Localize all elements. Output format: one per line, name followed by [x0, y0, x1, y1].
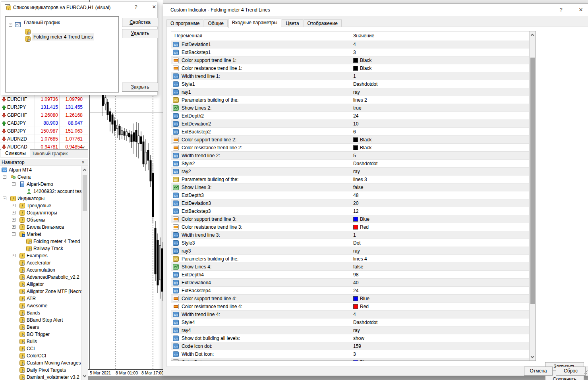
parameter-value[interactable]: 4	[353, 311, 356, 318]
parameter-row[interactable]: 123ExtBackstep312	[171, 207, 530, 215]
navigator-item[interactable]: fCCI	[0, 345, 81, 352]
parameter-value[interactable]: Black	[353, 56, 371, 64]
parameter-value[interactable]: Black	[353, 136, 371, 144]
parameter-value[interactable]: Black	[353, 144, 371, 152]
navigator-item[interactable]: +fОбъемы	[0, 216, 81, 224]
navigator-item[interactable]: fRailway Track	[0, 245, 81, 252]
parameter-value[interactable]: 10	[353, 120, 358, 128]
parameter-value[interactable]: Red	[353, 303, 369, 311]
close-button[interactable]: Закрыть	[122, 83, 158, 92]
navigator-item[interactable]: fAccelerator	[0, 259, 81, 266]
parameter-row[interactable]: 123ExtDepth348	[171, 191, 530, 199]
parameter-row[interactable]: 123Width trend line 1:1	[171, 72, 530, 80]
expand-icon[interactable]: +	[12, 254, 15, 257]
navigator-item[interactable]: +fExamples	[0, 252, 81, 259]
parameter-value[interactable]: lines 2	[353, 96, 367, 104]
parameter-value[interactable]: 24	[353, 287, 358, 295]
close-icon[interactable]: ✕	[576, 6, 585, 14]
navigator-item[interactable]: fAlligator	[0, 281, 81, 288]
parameter-value[interactable]: Blue	[353, 215, 369, 223]
navigator-item[interactable]: fBulls	[0, 338, 81, 345]
delete-button[interactable]: Удалить	[122, 29, 158, 38]
parameter-row[interactable]: Color support trend line 4:Blue	[171, 295, 530, 303]
parameter-value[interactable]: lines 3	[353, 176, 367, 183]
parameter-row[interactable]: abParameters building of the:lines 4	[171, 255, 530, 263]
parameter-row[interactable]: 123ExtDeviation210	[171, 120, 530, 128]
parameter-row[interactable]: Color support trend line 2:Black	[171, 136, 530, 144]
parameter-row[interactable]: 123Width Dot icon:3	[171, 350, 530, 358]
parameter-row[interactable]: Color resistance trend line 3:Red	[171, 223, 530, 231]
navigator-close-icon[interactable]: ×	[81, 159, 85, 166]
parameter-value[interactable]: 1	[353, 72, 356, 80]
tab-0[interactable]: О программе	[166, 19, 203, 27]
expand-icon[interactable]: +	[12, 225, 15, 229]
parameter-value[interactable]: ray	[353, 88, 360, 96]
parameter-value[interactable]: 48	[353, 191, 358, 199]
navigator-item[interactable]: fCustom Moving Averages	[0, 359, 81, 366]
parameter-value[interactable]: 6	[353, 128, 356, 136]
parameter-value[interactable]: 98	[353, 271, 358, 279]
tab-4[interactable]: Отображение	[304, 19, 342, 27]
market-watch-row[interactable]: AUDNZD1.076851.07761	[0, 135, 88, 143]
navigator-item[interactable]: fAccumulation	[0, 266, 81, 274]
tree-item-indicator[interactable]: f	[6, 26, 118, 33]
parameter-row[interactable]: 123Show dot building all levels:show	[171, 334, 530, 342]
parameter-row[interactable]: 123Width trend line 3:1	[171, 231, 530, 239]
parameter-value[interactable]: ray	[353, 247, 360, 255]
parameter-row[interactable]: Color support trend line 3:Blue	[171, 215, 530, 223]
tab-symbols[interactable]: Символы	[1, 149, 30, 158]
parameter-row[interactable]: Color resistance trend line 1:Black	[171, 64, 530, 72]
navigator-item[interactable]: −Alpari-Demo	[0, 181, 81, 188]
parameter-value[interactable]: ray	[353, 168, 360, 176]
navigator-item[interactable]: −fMarket	[0, 231, 81, 238]
parameter-row[interactable]: 123Style1Dashdotdot	[171, 80, 530, 88]
parameter-value[interactable]: 20	[353, 199, 358, 207]
parameter-value[interactable]: show	[353, 334, 364, 342]
parameter-row[interactable]: Show Lines 2:true	[171, 104, 530, 112]
parameter-value[interactable]: Red	[353, 223, 369, 231]
help-icon[interactable]: ?	[557, 6, 565, 14]
scroll-up-icon[interactable]	[83, 169, 86, 172]
scroll-down-icon[interactable]	[531, 355, 534, 358]
parameter-value[interactable]: Blue	[353, 358, 369, 361]
parameter-row[interactable]: 123ExtBackstep26	[171, 128, 530, 136]
navigator-item[interactable]: fFolding meter 4 Trend	[0, 238, 81, 245]
parameter-row[interactable]: 123ray4ray	[171, 326, 530, 334]
navigator-item[interactable]: fDamiani_volatmeter v3.2	[0, 374, 81, 380]
navigator-item[interactable]: +fБилла Вильямса	[0, 224, 81, 231]
navigator-item[interactable]: 14206932: account tes	[0, 188, 81, 195]
parameter-row[interactable]: abParameters building of the:lines 3	[171, 176, 530, 183]
collapse-icon[interactable]: −	[12, 182, 15, 186]
parameter-value[interactable]: lines 4	[353, 255, 367, 263]
parameter-value[interactable]: 40	[353, 279, 358, 287]
market-watch-row[interactable]: GBPCHF1.260801.26168	[0, 111, 88, 119]
parameter-value[interactable]: Blue	[353, 295, 369, 303]
parameter-row[interactable]: 123ExtDepth498	[171, 271, 530, 279]
parameter-row[interactable]: 123ExtDeviation320	[171, 199, 530, 207]
parameter-value[interactable]: 12	[353, 207, 358, 215]
parameter-value[interactable]: Dashdotdot	[353, 80, 377, 88]
expand-icon[interactable]: +	[12, 204, 15, 207]
market-watch-row[interactable]: GBPJPY150.987151.063	[0, 127, 88, 135]
parameter-value[interactable]: false	[353, 263, 363, 271]
parameter-row[interactable]: 123Width trend line 4:4	[171, 311, 530, 318]
parameter-row[interactable]: 123Width trend line 2:5	[171, 152, 530, 160]
navigator-item[interactable]: fBO Trigger	[0, 331, 81, 338]
close-icon[interactable]: ✕	[150, 3, 159, 11]
scroll-down-icon[interactable]	[83, 374, 86, 377]
tab-tick-chart[interactable]: Тиковый график	[28, 150, 72, 158]
navigator-item[interactable]: Alpari MT4	[0, 166, 81, 174]
parameter-value[interactable]: ray	[353, 326, 360, 334]
parameter-row[interactable]: 123Style2Dashdotdot	[171, 160, 530, 168]
parameter-value[interactable]: Dashdotdot	[353, 318, 377, 326]
parameter-value[interactable]: 3	[353, 48, 356, 56]
parameter-row[interactable]: Color support trend line 1:Black	[171, 56, 530, 64]
parameter-row[interactable]: Color resistance trend line 4:Red	[171, 303, 530, 311]
collapse-icon[interactable]: −	[3, 197, 6, 200]
properties-button[interactable]: Свойства	[122, 18, 158, 27]
navigator-item[interactable]: −Счета	[0, 174, 81, 181]
navigator-item[interactable]: fATR	[0, 295, 81, 302]
parameter-value[interactable]: 1	[353, 231, 356, 239]
help-icon[interactable]: ?	[132, 3, 140, 11]
parameter-value[interactable]: 3	[353, 350, 356, 358]
